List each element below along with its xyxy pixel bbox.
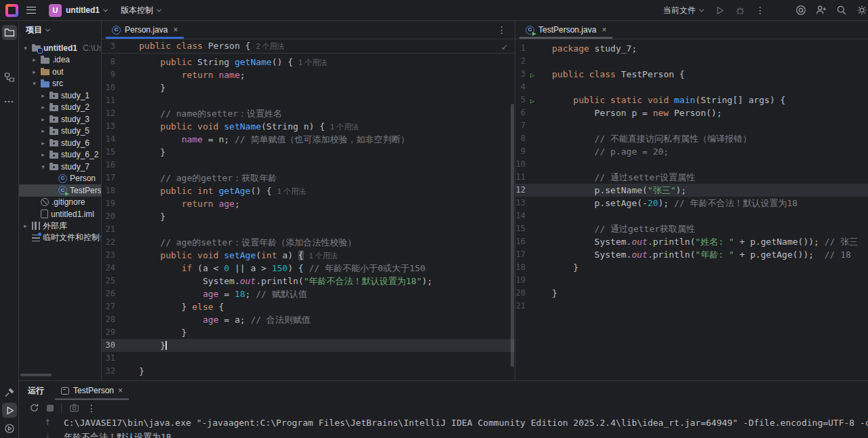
tab-person-java[interactable]: C Person.java × xyxy=(106,21,184,39)
code-line-17[interactable]: 17 System.out.println("年龄: " + p.getAge(… xyxy=(515,248,868,261)
code-line-20[interactable]: 20} xyxy=(515,287,868,300)
project-widget[interactable]: U untitled1 xyxy=(44,1,112,20)
tree-chevron-icon[interactable]: ▸ xyxy=(39,104,47,111)
line-number[interactable]: 32 xyxy=(102,365,115,378)
code-line-27[interactable]: 27 } else { xyxy=(102,300,515,313)
tool-structure-button[interactable] xyxy=(2,70,17,85)
code-with-me-button[interactable] xyxy=(812,2,830,18)
tree-item-临时文件和控制台[interactable]: 临时文件和控制台 xyxy=(19,232,101,244)
tree-item-untitled1.iml[interactable]: untitled1.iml xyxy=(19,208,101,220)
run-more-button[interactable]: ⋮ xyxy=(751,2,769,18)
code-line-2[interactable]: 2 xyxy=(515,55,868,68)
tree-item-untitled1[interactable]: ▾untitled1C:\Users xyxy=(19,42,101,54)
code-line-18[interactable]: 18 public int getAge() {1 个用法 xyxy=(102,184,515,197)
tree-item-study_2[interactable]: ▸study_2 xyxy=(19,102,101,114)
tree-chevron-icon[interactable]: ▸ xyxy=(39,151,47,158)
tree-chevron-icon[interactable]: ▸ xyxy=(22,222,29,229)
code-line-9[interactable]: 9 // p.age = 20; xyxy=(515,145,868,158)
code-line-30[interactable]: 30 } xyxy=(102,339,515,352)
line-number[interactable]: 8 xyxy=(102,56,115,68)
line-number[interactable]: 10 xyxy=(515,158,526,171)
line-number[interactable]: 23 xyxy=(102,249,115,262)
line-number[interactable]: 19 xyxy=(515,274,526,287)
code-line-13[interactable]: 13 p.setAge(-20); // 年龄不合法！默认设置为18 xyxy=(515,197,868,210)
line-number[interactable]: 24 xyxy=(102,262,115,275)
close-icon[interactable]: × xyxy=(118,386,123,395)
run-panel-title[interactable]: 运行 xyxy=(28,385,44,397)
code-line-31[interactable]: 31 xyxy=(102,352,515,365)
line-number[interactable]: 28 xyxy=(102,313,115,326)
main-menu-button[interactable] xyxy=(22,2,40,18)
code-line-26[interactable]: 26 age = 18; // 赋默认值 xyxy=(102,287,515,300)
close-icon[interactable]: × xyxy=(173,25,178,35)
arrow-down-icon[interactable]: ↓ xyxy=(42,430,53,438)
close-icon[interactable]: × xyxy=(601,25,606,35)
tree-item-study_6_2[interactable]: ▸study_6_2 xyxy=(19,149,101,161)
code-line-5[interactable]: 5▷ public static void main(String[] args… xyxy=(515,94,868,106)
code-line-9[interactable]: 9 return name; xyxy=(102,68,515,81)
line-number[interactable]: 20 xyxy=(102,210,115,223)
line-number[interactable]: 15 xyxy=(515,222,526,235)
run-button[interactable] xyxy=(711,2,728,18)
tree-item-src[interactable]: ▾src xyxy=(19,78,101,90)
run-config-selector[interactable]: 当前文件 xyxy=(658,2,708,19)
tree-item-study_1[interactable]: ▸study_1 xyxy=(19,89,101,102)
arrow-up-icon[interactable]: ↑ xyxy=(42,416,53,430)
code-line-12[interactable]: 12 p.setName("张三"); xyxy=(515,184,868,197)
stop-button[interactable] xyxy=(47,405,54,412)
code-line-8[interactable]: 8 public String getName() {1 个用法 xyxy=(102,56,515,68)
project-panel-header[interactable]: 项目 xyxy=(19,21,101,39)
code-line-16[interactable]: 16 System.out.println("姓名: " + p.getName… xyxy=(515,235,868,248)
line-number[interactable]: 21 xyxy=(102,223,115,236)
tree-chevron-icon[interactable]: ▾ xyxy=(22,45,29,52)
code-line-14[interactable]: 14 name = n; // 简单赋值（也可添加校验，如非空判断） xyxy=(102,133,515,146)
line-number[interactable]: 25 xyxy=(102,275,115,287)
line-number[interactable]: 10 xyxy=(102,81,115,94)
line-number[interactable]: 12 xyxy=(102,107,115,120)
code-area[interactable]: 1package study_7;23▷public class TestPer… xyxy=(515,39,868,380)
console[interactable]: ↑↓ C:\JAVASE17\bin\java.exe "-javaagent:… xyxy=(19,416,868,438)
line-number[interactable]: 30 xyxy=(102,339,115,352)
code-line-21[interactable]: 21 xyxy=(102,223,515,236)
console-gutter[interactable]: ↑↓ xyxy=(42,416,53,438)
line-number[interactable]: 29 xyxy=(102,326,115,339)
line-number[interactable]: 21 xyxy=(515,300,526,313)
rerun-button[interactable] xyxy=(29,403,39,413)
tree-item-Person[interactable]: CPerson xyxy=(19,173,101,185)
line-number[interactable]: 14 xyxy=(102,133,115,146)
tool-run-button[interactable] xyxy=(2,403,17,418)
code-line-24[interactable]: 24 if (a < 0 || a > 150) { // 年龄不能小于0或大于… xyxy=(102,262,515,275)
tree-item-.gitignore[interactable]: .gitignore xyxy=(19,197,101,209)
tree-chevron-icon[interactable]: ▸ xyxy=(39,140,47,146)
code-line-1[interactable]: 1package study_7; xyxy=(515,42,868,55)
search-everywhere-button[interactable] xyxy=(833,2,850,18)
line-number[interactable]: 18 xyxy=(515,261,526,274)
line-number[interactable]: 17 xyxy=(515,248,526,261)
code-line-3[interactable]: 3▷public class TestPerson { xyxy=(515,68,868,81)
run-gutter[interactable]: ▷ xyxy=(526,68,552,81)
line-number[interactable]: 9 xyxy=(515,145,526,158)
line-number[interactable]: 20 xyxy=(515,287,526,300)
code-line-6[interactable]: 6 Person p = new Person(); xyxy=(515,106,868,119)
line-number[interactable]: 2 xyxy=(515,55,526,68)
code-line-15[interactable]: 15 // 通过getter获取属性 xyxy=(515,222,868,235)
run-gutter[interactable]: ▷ xyxy=(526,94,552,106)
line-number[interactable]: 22 xyxy=(102,236,115,249)
line-number[interactable]: 13 xyxy=(515,197,526,210)
tree-item-study_5[interactable]: ▸study_5 xyxy=(19,125,101,138)
line-number[interactable]: 27 xyxy=(102,300,115,313)
tree-item-TestPerson[interactable]: CTestPerson xyxy=(19,184,101,197)
run-line-icon[interactable]: ▷ xyxy=(530,94,534,107)
line-number[interactable]: 4 xyxy=(515,81,526,94)
code-line-16[interactable]: 16 xyxy=(102,159,515,172)
code-line-10[interactable]: 10 xyxy=(515,158,868,171)
inspection-ok-icon[interactable]: ✓ xyxy=(501,41,508,54)
line-number[interactable]: 26 xyxy=(102,287,115,300)
tree-chevron-icon[interactable]: ▾ xyxy=(39,163,47,170)
run-line-icon[interactable]: ▷ xyxy=(530,68,534,81)
line-number[interactable]: 31 xyxy=(102,352,115,365)
line-number[interactable]: 16 xyxy=(102,159,115,172)
more-tool-windows-button[interactable]: ••• xyxy=(2,94,17,109)
code-line-29[interactable]: 29 } xyxy=(102,326,515,339)
code-area[interactable]: ✓ 3public class Person {2 个用法8 public St… xyxy=(102,39,515,380)
